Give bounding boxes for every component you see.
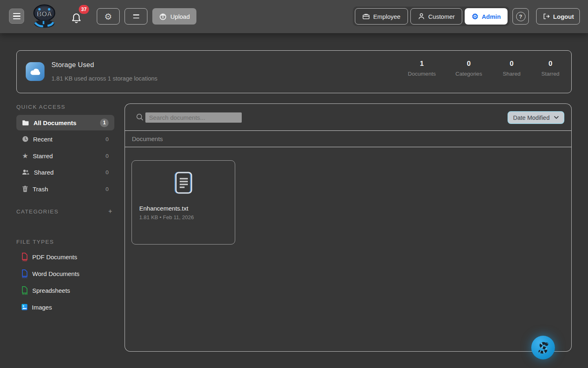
item-count: 0 (105, 136, 109, 142)
search-toolbar: Date Modified (125, 104, 571, 131)
assistant-fab[interactable] (531, 336, 555, 359)
document-card[interactable]: Enhancements.txt 1.81 KB • Feb 11, 2026 (131, 160, 235, 245)
file-type-images[interactable]: Images (16, 301, 114, 313)
document-meta: 1.81 KB • Feb 11, 2026 (139, 214, 194, 220)
app-screen: BOA 37 ⚙ Upload (0, 0, 588, 368)
file-type-label: Word Documents (32, 270, 80, 277)
hamburger-menu-button[interactable] (9, 9, 24, 24)
settings-button[interactable]: ⚙ (97, 8, 120, 25)
cloud-icon (26, 62, 45, 81)
sidebar-item-label: All Documents (33, 119, 76, 126)
count-badge: 1 (100, 119, 109, 127)
item-count: 0 (105, 169, 109, 175)
admin-gear-icon: ⚙ (472, 13, 479, 20)
file-type-label: PDF Documents (32, 254, 77, 260)
svg-text:PDF: PDF (22, 259, 27, 261)
topbar: BOA 37 ⚙ Upload (0, 0, 588, 33)
logout-icon (542, 13, 550, 20)
role-label: Customer (428, 13, 455, 20)
word-file-icon: DOC (21, 269, 28, 278)
snake-icon (536, 340, 550, 355)
storage-title: Storage Used (51, 61, 94, 69)
list-icon (133, 14, 139, 15)
storage-summary-card: Storage Used 1.81 KB used across 1 stora… (16, 50, 572, 93)
item-count: 0 (105, 186, 109, 192)
star-icon: ★ (22, 153, 28, 159)
users-icon (22, 169, 29, 175)
sidebar-item-label: Recent (33, 136, 53, 143)
search-input[interactable] (145, 112, 242, 123)
stat-starred: 0 Starred (528, 60, 573, 77)
notifications-button[interactable]: 37 (70, 10, 89, 26)
search-icon (136, 113, 144, 121)
hamburger-icon (13, 13, 20, 14)
section-title: Documents (132, 135, 163, 142)
file-type-label: Spreadsheets (32, 287, 70, 294)
role-tab-admin[interactable]: ⚙ Admin (465, 8, 508, 25)
notification-badge: 37 (79, 5, 89, 14)
file-type-pdf[interactable]: PDF PDF Documents (16, 251, 114, 263)
storage-subtitle: 1.81 KB used across 1 storage locations (51, 75, 158, 82)
add-category-button[interactable]: + (107, 208, 114, 215)
gear-icon: ⚙ (105, 12, 112, 21)
briefcase-icon (362, 13, 370, 20)
stat-categories: 0 Categories (446, 60, 491, 77)
trash-icon (22, 186, 28, 192)
role-tab-customer[interactable]: Customer (410, 8, 462, 25)
spreadsheet-file-icon: XLSX (21, 286, 28, 295)
sort-select[interactable]: Date Modified (508, 111, 564, 124)
sidebar-item-label: Shared (34, 169, 53, 176)
quick-access-heading: QUICK ACCESS (16, 104, 65, 110)
categories-heading: CATEGORIES (16, 209, 59, 215)
role-label: Admin (482, 13, 501, 20)
upload-label: Upload (170, 13, 190, 20)
sidebar-item-all-documents[interactable]: All Documents 1 (16, 115, 114, 130)
documents-panel: Date Modified Documents Enhancements.txt… (125, 103, 572, 352)
sidebar-item-label: Trash (33, 186, 48, 193)
role-label: Employee (373, 13, 401, 20)
logout-label: Logout (553, 13, 574, 20)
file-type-label: Images (32, 304, 52, 311)
file-types-heading: FILE TYPES (16, 239, 54, 245)
brand-logo: BOA (31, 3, 57, 29)
upload-icon (159, 12, 167, 20)
image-file-icon (21, 303, 28, 311)
brand-text: BOA (37, 10, 52, 18)
sidebar-item-starred[interactable]: ★ Starred 0 (16, 148, 114, 164)
sidebar-item-trash[interactable]: Trash 0 (16, 181, 114, 197)
person-icon (418, 13, 425, 20)
logout-button[interactable]: Logout (536, 8, 580, 25)
documents-section-header: Documents (125, 131, 571, 147)
sidebar-item-label: Starred (33, 153, 53, 159)
cobra-logo-icon: BOA (31, 3, 57, 29)
help-icon: ? (516, 12, 526, 21)
sidebar-item-recent[interactable]: Recent 0 (16, 131, 114, 147)
item-count: 0 (105, 153, 109, 159)
role-tab-employee[interactable]: Employee (355, 8, 408, 25)
svg-text:DOC: DOC (22, 276, 28, 278)
clock-icon (22, 136, 29, 142)
stat-shared: 0 Shared (489, 60, 534, 77)
document-name: Enhancements.txt (139, 205, 188, 212)
list-view-button[interactable] (125, 8, 147, 25)
pdf-file-icon: PDF (21, 253, 28, 261)
sidebar-item-shared[interactable]: Shared 0 (16, 164, 114, 180)
upload-button[interactable]: Upload (152, 8, 196, 25)
help-button[interactable]: ? (512, 8, 529, 25)
document-icon (174, 172, 192, 195)
chevron-down-icon (554, 116, 559, 119)
svg-text:XLSX: XLSX (22, 292, 28, 294)
role-switcher: Employee Customer ⚙ Admin (353, 7, 510, 26)
bell-icon (71, 12, 82, 25)
folder-icon (22, 120, 29, 126)
stat-documents: 1 Documents (399, 60, 444, 77)
file-type-word[interactable]: DOC Word Documents (16, 267, 114, 280)
sort-value: Date Modified (513, 114, 550, 121)
file-type-spreadsheets[interactable]: XLSX Spreadsheets (16, 284, 114, 296)
